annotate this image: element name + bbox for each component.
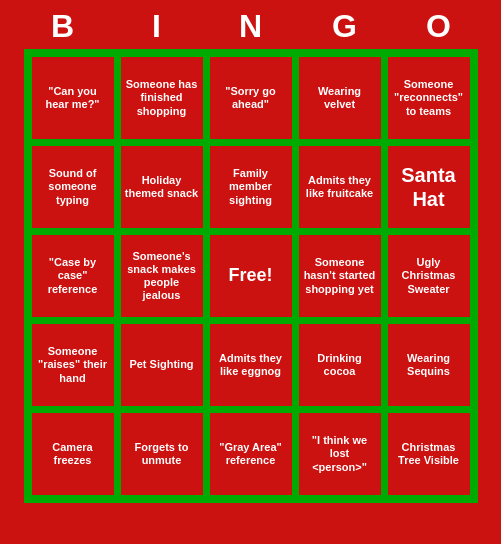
bingo-cell-0[interactable]: "Can you hear me?" [30,55,116,141]
bingo-grid: "Can you hear me?"Someone has finished s… [24,49,478,503]
bingo-cell-17[interactable]: Admits they like eggnog [208,322,294,408]
bingo-cell-20[interactable]: Camera freezes [30,411,116,497]
bingo-letter-o: O [396,8,482,45]
bingo-cell-18[interactable]: Drinking cocoa [297,322,383,408]
bingo-header: BINGO [16,0,486,49]
bingo-cell-23[interactable]: "I think we lost <person>" [297,411,383,497]
bingo-cell-22[interactable]: "Gray Area" reference [208,411,294,497]
bingo-cell-24[interactable]: Christmas Tree Visible [386,411,472,497]
bingo-cell-2[interactable]: "Sorry go ahead" [208,55,294,141]
bingo-cell-21[interactable]: Forgets to unmute [119,411,205,497]
bingo-cell-1[interactable]: Someone has finished shopping [119,55,205,141]
bingo-letter-i: I [114,8,200,45]
bingo-letter-g: G [302,8,388,45]
bingo-cell-15[interactable]: Someone "raises" their hand [30,322,116,408]
bingo-letter-b: B [20,8,106,45]
bingo-cell-9[interactable]: Santa Hat [386,144,472,230]
bingo-cell-16[interactable]: Pet Sighting [119,322,205,408]
bingo-cell-4[interactable]: Someone "reconnects" to teams [386,55,472,141]
bingo-cell-7[interactable]: Family member sighting [208,144,294,230]
bingo-cell-19[interactable]: Wearing Sequins [386,322,472,408]
bingo-cell-3[interactable]: Wearing velvet [297,55,383,141]
bingo-cell-10[interactable]: "Case by case" reference [30,233,116,319]
bingo-cell-12[interactable]: Free! [208,233,294,319]
bingo-cell-6[interactable]: Holiday themed snack [119,144,205,230]
bingo-cell-5[interactable]: Sound of someone typing [30,144,116,230]
bingo-cell-11[interactable]: Someone's snack makes people jealous [119,233,205,319]
bingo-cell-8[interactable]: Admits they like fruitcake [297,144,383,230]
bingo-cell-13[interactable]: Someone hasn't started shopping yet [297,233,383,319]
bingo-letter-n: N [208,8,294,45]
bingo-cell-14[interactable]: Ugly Christmas Sweater [386,233,472,319]
